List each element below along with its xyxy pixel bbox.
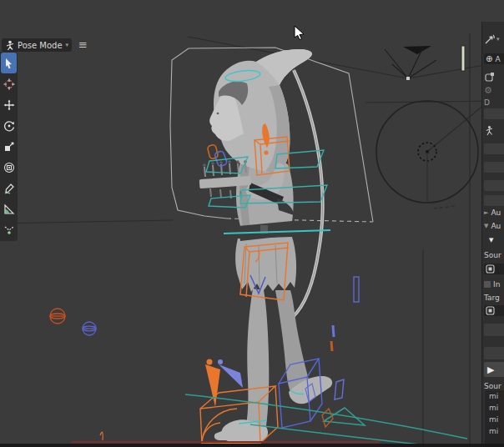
sub-panel-arrow[interactable]: ▼ [489,237,504,244]
gear-tab[interactable]: ⚙ [484,85,504,96]
select-box-icon [3,58,14,69]
panel-title: Au [491,222,501,230]
influence-label: In [493,280,500,289]
tool-rotate[interactable] [1,115,17,136]
source2-label: Sour [484,382,504,390]
tool-move[interactable] [1,94,17,115]
animation-list[interactable]: mi mi mi mi [485,390,504,445]
annotate-pencil-icon [3,183,15,194]
list-item[interactable]: mi [485,414,504,425]
target-datablock-dropdown[interactable] [484,305,504,316]
tool-annotate[interactable] [1,178,17,198]
plus-circle-icon: ⊕ [486,54,492,63]
expanded-panel-header[interactable]: ▼ Au [484,222,504,230]
mode-dropdown[interactable]: Pose Mode ▾ [2,38,72,52]
viewport-3d[interactable] [0,0,504,447]
rotate-icon [3,120,15,132]
panel-title: Au [491,208,501,217]
sub-arrow-icon: ▼ [489,237,493,244]
source-label: Sour [484,251,504,259]
tool-palette [0,52,18,241]
light-bar-object[interactable] [461,46,465,71]
pose-figure-icon [484,125,495,136]
source-datablock-dropdown[interactable] [484,264,504,274]
checkbox[interactable] [484,281,491,288]
play-icon: ▶ [487,364,494,375]
bone-shape-tab[interactable] [484,72,504,83]
chevron-down-icon: ▾ [66,42,69,48]
bone-segment-orange[interactable] [331,341,332,351]
panel-button[interactable] [484,195,504,206]
target-label: Targ [484,294,504,302]
tool-cursor[interactable] [1,73,17,94]
mode-row: Pose Mode ▾ ≡ [2,38,88,52]
tool-transform[interactable] [1,157,17,178]
panel-button[interactable] [484,347,504,359]
scale-icon [3,141,15,153]
right-sidebar-panel: ▾ ⊕ A ⚙ D ► Au [481,22,504,447]
tool-scale[interactable] [1,136,17,157]
bone-segment-blue[interactable] [333,325,334,337]
bottom-editor-edge [0,444,504,447]
transform-icon [3,162,15,173]
play-button[interactable]: ▶ [484,362,504,377]
collapsed-panel-header[interactable]: ► Au [484,208,504,217]
collapse-arrow-icon: ► [484,209,488,216]
panel-editor-icon [484,33,496,45]
blender-window: File Edit Render Window Help Layout Mode… [0,0,504,447]
panel-button[interactable] [484,180,504,191]
panel-button[interactable] [484,162,504,173]
mode-value: Pose Mode [18,41,63,50]
hamburger-menu-icon[interactable]: ≡ [78,39,88,51]
armature-tab[interactable] [484,125,504,136]
gear-icon: ⚙ [484,85,492,96]
chevron-down-icon: ▾ [496,36,500,43]
tool-select-box[interactable] [1,53,17,73]
tool-measure[interactable] [1,198,17,219]
panel-editor-selector[interactable]: ▾ [484,33,504,45]
panel-button[interactable] [484,108,504,119]
tool-pose-breakdowner[interactable] [1,219,17,240]
add-button-label: A [495,55,500,63]
move-icon [3,99,15,111]
armature-datablock-icon [486,264,495,274]
panel-button[interactable] [484,143,504,154]
breakdowner-icon [3,225,15,235]
influence-checkbox-row[interactable]: In [484,280,504,289]
truncated-label-d: D [484,98,504,107]
list-item[interactable]: mi [485,402,504,414]
corners-icon [484,72,495,83]
cursor-3d-icon [3,78,15,90]
panel-button[interactable] [484,324,504,336]
expand-arrow-icon: ▼ [484,223,488,229]
mouse-cursor [294,25,305,40]
measure-icon [3,203,15,215]
armature-datablock-icon [486,306,495,315]
pose-mode-icon [5,40,15,51]
add-button[interactable]: ⊕ A [484,53,504,64]
list-item[interactable]: mi [485,425,504,437]
list-item[interactable]: mi [485,390,504,402]
